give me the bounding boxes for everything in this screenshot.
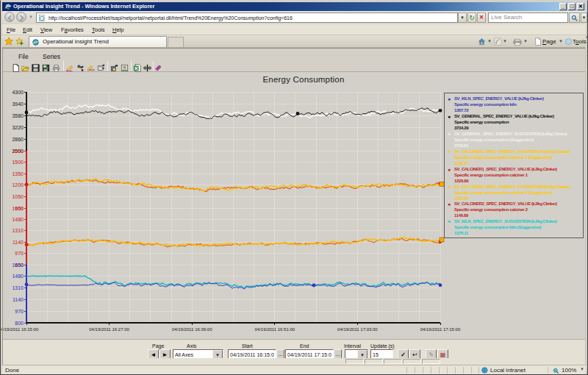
svg-text:1480: 1480 xyxy=(12,217,24,222)
svg-text:4/19/2011 16:15:00: 4/19/2011 16:15:00 xyxy=(1,327,39,332)
svg-text:04/19/2011 16:27:00: 04/19/2011 16:27:00 xyxy=(89,327,129,332)
svg-text:04/19/2011 16:51:00: 04/19/2011 16:51:00 xyxy=(254,327,295,332)
svg-text:3580: 3580 xyxy=(12,113,24,118)
svg-text:1310: 1310 xyxy=(12,228,24,233)
svg-text:4300: 4300 xyxy=(12,90,24,95)
svg-text:1310: 1310 xyxy=(12,285,24,290)
svg-text:1350: 1350 xyxy=(12,171,24,176)
svg-text:800: 800 xyxy=(15,321,24,326)
svg-text:970: 970 xyxy=(15,251,24,256)
svg-text:1500: 1500 xyxy=(12,160,24,165)
svg-text:3220: 3220 xyxy=(12,125,24,130)
svg-text:2860: 2860 xyxy=(12,137,24,142)
svg-text:1140: 1140 xyxy=(12,297,24,302)
svg-text:1050: 1050 xyxy=(12,194,24,199)
svg-text:04/19/2011 16:39:00: 04/19/2011 16:39:00 xyxy=(172,327,212,332)
svg-text:1140: 1140 xyxy=(12,240,24,245)
svg-text:970: 970 xyxy=(15,309,24,314)
svg-text:1650: 1650 xyxy=(12,149,24,154)
svg-text:3940: 3940 xyxy=(12,101,24,107)
svg-text:04/19/2011 17:15:00: 04/19/2011 17:15:00 xyxy=(420,327,461,332)
svg-text:1200: 1200 xyxy=(12,182,24,188)
svg-text:1650: 1650 xyxy=(12,262,24,268)
svg-text:04/19/2011 17:03:00: 04/19/2011 17:03:00 xyxy=(337,327,378,332)
svg-text:1480: 1480 xyxy=(12,274,24,279)
svg-text:1650: 1650 xyxy=(12,206,24,211)
